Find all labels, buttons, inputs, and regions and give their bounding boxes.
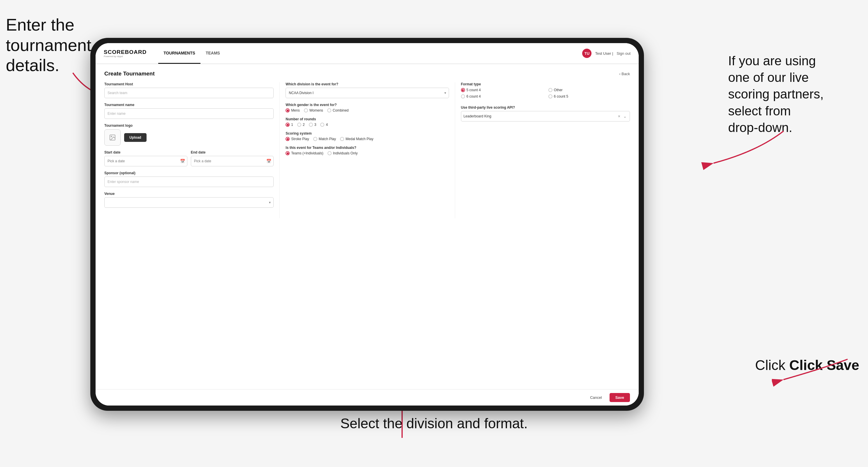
calendar-icon-end: 📅 bbox=[266, 159, 271, 163]
tournament-name-label: Tournament name bbox=[104, 103, 274, 107]
division-group: Which division is the event for? NCAA Di… bbox=[285, 82, 449, 98]
teams-group: Is this event for Teams and/or Individua… bbox=[285, 146, 449, 155]
round-3[interactable]: 3 bbox=[309, 123, 316, 127]
gender-womens[interactable]: Womens bbox=[304, 108, 323, 113]
form-col-3: Format type 5 count 4 Other bbox=[455, 82, 630, 218]
live-scoring-value: Leaderboard King bbox=[464, 114, 617, 118]
sign-out-link[interactable]: Sign out bbox=[617, 51, 630, 56]
live-scoring-label: Use third-party live scoring API? bbox=[461, 105, 630, 110]
start-date-wrap: 📅 bbox=[104, 156, 187, 166]
division-label: Which division is the event for? bbox=[285, 82, 449, 86]
venue-label: Venue bbox=[104, 192, 274, 196]
scoring-label: Scoring system bbox=[285, 131, 449, 135]
logo-placeholder bbox=[104, 129, 121, 146]
radio-stroke-circle bbox=[285, 137, 290, 141]
radio-round1-circle bbox=[285, 123, 290, 127]
format-6count4[interactable]: 6 count 4 bbox=[461, 94, 542, 98]
scoring-medal-match-play[interactable]: Medal Match Play bbox=[340, 137, 373, 141]
scoring-group: Scoring system Stroke Play Match Play bbox=[285, 131, 449, 141]
live-scoring-select[interactable]: Leaderboard King × ⌄ bbox=[461, 111, 630, 122]
tournament-logo-label: Tournament logo bbox=[104, 124, 274, 128]
radio-womens-circle bbox=[304, 108, 308, 113]
page-header: Create Tournament ‹ Back bbox=[104, 70, 630, 77]
annotation-scoring-partners: If you are using one of our live scoring… bbox=[728, 53, 862, 136]
gender-combined[interactable]: Combined bbox=[327, 108, 349, 113]
radio-teams-circle bbox=[285, 151, 290, 155]
round-2[interactable]: 2 bbox=[297, 123, 305, 127]
radio-combined-circle bbox=[327, 108, 331, 113]
form-col-2: Which division is the event for? NCAA Di… bbox=[279, 82, 455, 218]
radio-6count4-circle bbox=[461, 94, 465, 98]
save-button[interactable]: Save bbox=[610, 393, 630, 402]
sponsor-input[interactable] bbox=[104, 177, 274, 187]
tournament-name-input[interactable] bbox=[104, 108, 274, 119]
scoring-stroke-play[interactable]: Stroke Play bbox=[285, 137, 309, 141]
nav-teams[interactable]: TEAMS bbox=[200, 43, 225, 64]
live-scoring-actions: × ⌄ bbox=[617, 114, 627, 119]
end-date-wrap: 📅 bbox=[191, 156, 274, 166]
teams-plus-individuals[interactable]: Teams (+Individuals) bbox=[285, 151, 323, 155]
sponsor-group: Sponsor (optional) bbox=[104, 171, 274, 187]
division-select-wrap: NCAA Division I ▾ bbox=[285, 88, 449, 98]
svg-point-5 bbox=[111, 136, 112, 137]
radio-individuals-circle bbox=[328, 151, 332, 155]
user-avatar: TU bbox=[582, 49, 591, 58]
end-date-field: End date 📅 bbox=[191, 150, 274, 166]
radio-other-circle bbox=[548, 88, 553, 92]
tournament-logo-group: Tournament logo Upload bbox=[104, 124, 274, 146]
rounds-label: Number of rounds bbox=[285, 117, 449, 121]
format-6count5[interactable]: 6 count 5 bbox=[548, 94, 630, 98]
start-date-input[interactable] bbox=[104, 156, 187, 166]
sponsor-label: Sponsor (optional) bbox=[104, 171, 274, 175]
round-1[interactable]: 1 bbox=[285, 123, 293, 127]
individuals-only[interactable]: Individuals Only bbox=[328, 151, 358, 155]
tournament-host-group: Tournament Host bbox=[104, 82, 274, 98]
app-logo: SCOREBOARD bbox=[104, 49, 147, 55]
logo-subtitle: Powered by clippd bbox=[104, 55, 147, 58]
start-date-label: Start date bbox=[104, 150, 187, 154]
date-row: Start date 📅 End date 📅 bbox=[104, 150, 274, 166]
logo-area: SCOREBOARD Powered by clippd bbox=[104, 49, 147, 58]
format-type-label: Format type bbox=[461, 82, 630, 86]
gender-group: Which gender is the event for? Mens Wome… bbox=[285, 103, 449, 113]
radio-round3-circle bbox=[309, 123, 313, 127]
format-5count4[interactable]: 5 count 4 bbox=[461, 88, 542, 92]
page-area: Create Tournament ‹ Back Tournament Host… bbox=[96, 64, 639, 389]
venue-select-wrap: ▾ bbox=[104, 197, 274, 208]
radio-match-circle bbox=[313, 137, 317, 141]
division-select[interactable]: NCAA Division I bbox=[285, 88, 449, 98]
radio-mens-circle bbox=[285, 108, 290, 113]
end-date-input[interactable] bbox=[191, 156, 274, 166]
navbar: SCOREBOARD Powered by clippd TOURNAMENTS… bbox=[96, 43, 639, 64]
back-link[interactable]: ‹ Back bbox=[619, 72, 630, 76]
user-name: Test User | bbox=[595, 51, 613, 56]
format-other[interactable]: Other bbox=[548, 88, 630, 92]
scoring-match-play[interactable]: Match Play bbox=[313, 137, 336, 141]
calendar-icon: 📅 bbox=[180, 159, 185, 163]
live-scoring-clear-button[interactable]: × bbox=[617, 114, 621, 119]
nav-tournaments[interactable]: TOURNAMENTS bbox=[158, 43, 200, 64]
tablet-frame: SCOREBOARD Powered by clippd TOURNAMENTS… bbox=[90, 38, 644, 411]
page-footer: Cancel Save bbox=[96, 389, 639, 406]
radio-medal-circle bbox=[340, 137, 344, 141]
gender-mens[interactable]: Mens bbox=[285, 108, 300, 113]
gender-radio-group: Mens Womens Combined bbox=[285, 108, 449, 113]
teams-radio-group: Teams (+Individuals) Individuals Only bbox=[285, 151, 449, 155]
rounds-radio-group: 1 2 3 bbox=[285, 123, 449, 127]
page-title: Create Tournament bbox=[104, 70, 155, 77]
gender-label: Which gender is the event for? bbox=[285, 103, 449, 107]
tournament-host-input[interactable] bbox=[104, 88, 274, 98]
cancel-button[interactable]: Cancel bbox=[585, 393, 606, 402]
start-date-field: Start date 📅 bbox=[104, 150, 187, 166]
venue-select[interactable] bbox=[104, 197, 274, 208]
live-scoring-dropdown-button[interactable]: ⌄ bbox=[623, 114, 627, 119]
rounds-group: Number of rounds 1 2 bbox=[285, 117, 449, 127]
live-scoring-group: Use third-party live scoring API? Leader… bbox=[461, 105, 630, 122]
form-grid: Tournament Host Tournament name Tourname… bbox=[104, 82, 630, 218]
tablet-screen: SCOREBOARD Powered by clippd TOURNAMENTS… bbox=[96, 43, 639, 406]
radio-6count5-circle bbox=[548, 94, 553, 98]
end-date-label: End date bbox=[191, 150, 274, 154]
upload-button[interactable]: Upload bbox=[124, 133, 147, 142]
scoring-radio-group: Stroke Play Match Play Medal Match Play bbox=[285, 137, 449, 141]
round-4[interactable]: 4 bbox=[320, 123, 328, 127]
